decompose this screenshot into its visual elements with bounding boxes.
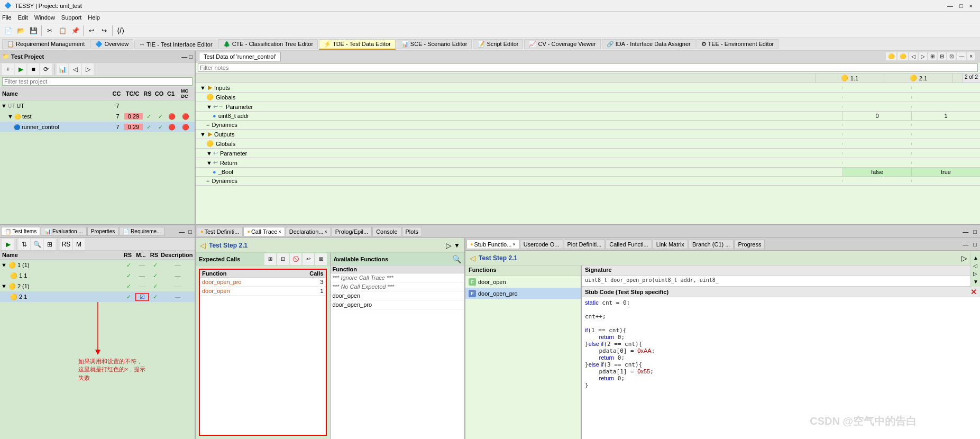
bl-mark[interactable]: M [73, 239, 85, 250]
ct-nav-next[interactable]: ▷ [446, 241, 452, 250]
filter-icon[interactable]: 🔍 [452, 255, 461, 263]
decl-minimize[interactable]: — [960, 241, 970, 248]
tde-close[interactable]: × [967, 52, 975, 60]
bl-filter[interactable]: 🔍 [31, 239, 43, 250]
br-tab-declaration[interactable]: Declaration... × [286, 227, 331, 236]
expand-ut[interactable]: ▼ [1, 103, 7, 109]
close-btn[interactable]: × [966, 3, 976, 9]
proj-arr1[interactable]: ◁ [69, 63, 81, 75]
menu-edit[interactable]: Edit [18, 14, 28, 21]
panel-maximize[interactable]: □ [189, 53, 193, 60]
decl-nav-next[interactable]: ▷ [961, 254, 967, 262]
tde-btn3[interactable]: ◁ [909, 52, 918, 60]
calltrace-close[interactable]: × [278, 229, 281, 234]
proj-chart[interactable]: 📊 [57, 63, 68, 75]
br-minimize[interactable]: — [960, 228, 970, 235]
expand-test[interactable]: ▼ [7, 113, 13, 120]
decl-tab-stub[interactable]: ● Stub Functio... × [466, 240, 519, 249]
proj-add[interactable]: + [2, 63, 14, 75]
paste-btn[interactable]: 📌 [69, 25, 81, 36]
ct-nav-prev[interactable]: ◁ [200, 241, 206, 250]
decl-tab-progress[interactable]: Progress [734, 240, 765, 249]
expand-param-out[interactable]: ▼ [206, 150, 212, 157]
menu-file[interactable]: File [2, 14, 12, 21]
ct-del-btn[interactable]: 🚫 [290, 253, 301, 265]
bl-minimize[interactable]: — [177, 228, 186, 235]
tde-btn-seq1[interactable]: ⊞ [928, 52, 937, 60]
tab-ida[interactable]: 🔗 IDA - Interface Data Assigner [602, 39, 695, 49]
new-btn[interactable]: 📄 [2, 25, 14, 36]
bl-row-1[interactable]: ▼ 🟡 1 (1) ✓ — ✓ — [0, 260, 195, 270]
proj-stop[interactable]: ■ [28, 63, 39, 75]
cut-btn[interactable]: ✂ [44, 25, 56, 36]
expand-1[interactable]: ▼ [1, 262, 7, 268]
ct-row-1[interactable]: door_open_pro 3 [200, 278, 326, 287]
bl-maximize[interactable]: □ [187, 228, 194, 235]
bl-expand[interactable]: ⊞ [44, 239, 56, 250]
decl-tab-called[interactable]: Called Functi... [606, 240, 652, 249]
bool-val2[interactable]: true [911, 168, 980, 176]
expand-param-in[interactable]: ▼ [206, 104, 212, 110]
ct-row-2[interactable]: door_open 1 [200, 287, 326, 296]
tde-minimize[interactable]: — [957, 52, 966, 60]
tab-tie[interactable]: ↔ TIE - Test Interface Editor [134, 40, 217, 49]
tde-btn1[interactable]: 🟡 [886, 52, 896, 60]
tde-btn2[interactable]: 🟡 [897, 52, 908, 60]
menu-window[interactable]: Window [34, 14, 55, 21]
addr-val2[interactable]: 1 [911, 112, 980, 120]
bl-sort[interactable]: ⇅ [19, 239, 30, 250]
avail-row-2[interactable]: door_open [331, 291, 465, 300]
decl-nav-prev[interactable]: ◁ [470, 254, 475, 262]
tree-row-runner[interactable]: 🔵 runner_control 7 0.29 ✓ ✓ 🔴 🔴 [0, 122, 195, 132]
decl-tab-usercode[interactable]: Usercode O... [520, 240, 563, 249]
menu-help[interactable]: Help [88, 14, 100, 21]
tree-row-test[interactable]: ▼ 🟡 test 7 0.29 ✓ ✓ 🔴 🔴 [0, 111, 195, 122]
bl-rs[interactable]: RS [60, 239, 72, 250]
tde-btn-seq3[interactable]: ⊡ [947, 52, 956, 60]
addr-val1[interactable]: 0 [842, 112, 911, 120]
func-row-2[interactable]: F door_open_pro [465, 288, 581, 299]
bl-row-11[interactable]: 🟡 1.1 ✓ — ✓ — [0, 270, 195, 281]
tab-sce[interactable]: 📊 SCE - Scenario Editor [397, 39, 472, 49]
filter-notes-input[interactable] [198, 63, 978, 72]
project-filter-input[interactable] [2, 77, 193, 86]
restore-btn[interactable]: □ [956, 3, 966, 9]
func-row-1[interactable]: F door_open [465, 276, 581, 288]
sidebar-down[interactable]: ▼ [973, 279, 978, 285]
avail-row-0[interactable]: *** Ignore Call Trace *** [331, 273, 465, 282]
expand-2[interactable]: ▼ [1, 283, 7, 289]
tde-tab-testdata[interactable]: Test Data of 'runner_control' [199, 52, 281, 61]
bl-row-2[interactable]: ▼ 🟡 2 (1) ✓ — ✓ — [0, 281, 195, 291]
decl-close[interactable]: × [325, 229, 327, 234]
panel-minimize[interactable]: — [181, 53, 187, 60]
proj-arr2[interactable]: ▷ [82, 63, 94, 75]
menu-support[interactable]: Support [61, 14, 82, 21]
proj-refresh[interactable]: ⟳ [40, 63, 52, 75]
tab-requirement[interactable]: 📋 Requirement Management [2, 39, 89, 49]
sidebar-right[interactable]: ▷ [973, 271, 978, 277]
br-tab-plots[interactable]: Plots [402, 227, 422, 236]
stub-close-x[interactable]: ✕ [970, 288, 977, 296]
bool-val1[interactable]: false [842, 168, 911, 176]
sidebar-left[interactable]: ◁ [973, 263, 978, 269]
avail-row-3[interactable]: door_open_pro [331, 300, 465, 309]
tab-script[interactable]: 📝 Script Editor [473, 39, 523, 49]
open-btn[interactable]: 📂 [15, 25, 26, 36]
tree-row-ut[interactable]: ▼ UT UT 7 [0, 100, 195, 111]
avail-row-1[interactable]: *** No Call Expected *** [331, 282, 465, 291]
br-tab-testdef[interactable]: ● Test Definiti... [197, 227, 243, 236]
decl-maximize[interactable]: □ [971, 241, 979, 248]
decl-tab-branch[interactable]: Branch (C1) ... [689, 240, 734, 249]
br-tab-prolog[interactable]: Prolog/Epil... [332, 227, 372, 236]
sidebar-up[interactable]: ▲ [973, 255, 978, 261]
stub-code-area[interactable]: static cnt = 0; cnt++; if(1 == cnt){ ret… [582, 297, 980, 439]
minimize-btn[interactable]: — [944, 3, 956, 9]
redo-btn[interactable]: ↪ [98, 25, 110, 36]
ct-close-btn[interactable]: ⊠ [315, 253, 327, 265]
tab-tee[interactable]: ⚙ TEE - Environment Editor [697, 39, 779, 49]
expand-outputs[interactable]: ▼ [200, 131, 206, 138]
ct-undo-btn[interactable]: ↩ [303, 253, 314, 265]
ct-grid-btn[interactable]: ⊞ [264, 253, 276, 265]
tde-btn4[interactable]: ▷ [919, 52, 927, 60]
tab-cv[interactable]: 📈 CV - Coverage Viewer [524, 39, 600, 49]
